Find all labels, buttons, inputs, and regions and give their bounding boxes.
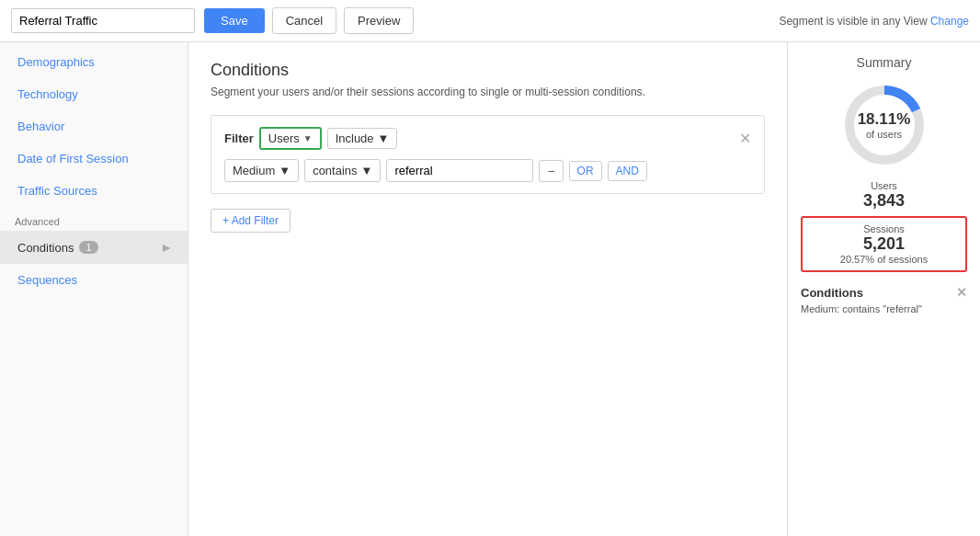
and-button[interactable]: AND	[608, 161, 647, 181]
operator-arrow: ▼	[361, 164, 373, 177]
top-bar: Save Cancel Preview Segment is visible i…	[0, 0, 980, 42]
segment-name-input[interactable]	[11, 8, 195, 33]
include-dropdown[interactable]: Include ▼	[327, 128, 398, 149]
include-value: Include	[336, 131, 374, 145]
field-arrow: ▼	[279, 164, 291, 177]
save-button[interactable]: Save	[204, 8, 265, 33]
main-layout: Demographics Technology Behavior Date of…	[0, 42, 980, 536]
condition-value-input[interactable]	[386, 159, 533, 182]
filter-close-icon[interactable]: ✕	[739, 130, 751, 147]
conditions-summary-title-row: Conditions ✕	[801, 285, 967, 300]
operator-dropdown[interactable]: contains ▼	[304, 159, 381, 182]
advanced-section-label: Advanced	[0, 207, 188, 231]
sessions-value: 5,201	[812, 234, 956, 254]
users-value: 3,843	[801, 191, 967, 211]
conditions-title: Conditions	[211, 61, 765, 80]
donut-container: 18.11% of users	[801, 79, 967, 171]
sessions-label: Sessions	[812, 223, 956, 234]
sessions-box: Sessions 5,201 20.57% of sessions	[801, 216, 967, 272]
conditions-badge: 1	[79, 241, 97, 254]
sidebar-item-behavior[interactable]: Behavior	[0, 110, 188, 143]
conditions-summary-close[interactable]: ✕	[956, 285, 967, 300]
filter-header-row: Filter Users ▼ Include ▼ ✕	[224, 127, 751, 150]
preview-button[interactable]: Preview	[344, 7, 414, 34]
condition-row: Medium ▼ contains ▼ − OR AND	[224, 159, 751, 182]
conditions-label: Conditions	[17, 241, 74, 255]
donut-text: 18.11% of users	[858, 110, 911, 140]
cancel-button[interactable]: Cancel	[272, 7, 336, 34]
sidebar: Demographics Technology Behavior Date of…	[0, 42, 188, 536]
sidebar-item-sequences[interactable]: Sequences	[0, 264, 188, 296]
sessions-sub: 20.57% of sessions	[812, 254, 956, 265]
change-link[interactable]: Change	[930, 15, 969, 28]
donut-of-users: of users	[858, 129, 911, 140]
include-arrow: ▼	[378, 131, 390, 145]
filter-by-value: Users	[268, 131, 300, 145]
sidebar-item-date-of-first-session[interactable]: Date of First Session	[0, 143, 188, 175]
content-area: Conditions Segment your users and/or the…	[188, 42, 787, 536]
summary-title: Summary	[801, 55, 967, 70]
conditions-subtitle: Segment your users and/or their sessions…	[211, 86, 765, 98]
users-stat: Users 3,843	[801, 180, 967, 211]
field-value: Medium	[233, 164, 275, 177]
filter-container: Filter Users ▼ Include ▼ ✕ Medium ▼ cont…	[211, 115, 765, 194]
sidebar-item-demographics[interactable]: Demographics	[0, 46, 188, 78]
add-filter-button[interactable]: + Add Filter	[211, 209, 291, 233]
remove-condition-button[interactable]: −	[539, 160, 563, 182]
conditions-summary-section: Conditions ✕ Medium: contains "referral"	[801, 285, 967, 314]
filter-by-dropdown[interactable]: Users ▼	[259, 127, 322, 150]
field-dropdown[interactable]: Medium ▼	[224, 159, 299, 182]
operator-value: contains	[313, 164, 357, 177]
conditions-summary-text: Medium: contains "referral"	[801, 303, 967, 314]
sidebar-item-technology[interactable]: Technology	[0, 78, 188, 110]
conditions-summary-title-text: Conditions	[801, 286, 863, 300]
sidebar-item-traffic-sources[interactable]: Traffic Sources	[0, 175, 188, 207]
filter-label: Filter	[224, 131, 254, 145]
visibility-text: Segment is visible in any View Change	[779, 15, 969, 28]
sidebar-item-conditions[interactable]: Conditions 1 ►	[0, 231, 188, 264]
or-button[interactable]: OR	[569, 161, 602, 181]
summary-panel: Summary 18.11% of users Users 3,843 Sess…	[787, 42, 980, 536]
donut-percent: 18.11%	[858, 110, 911, 129]
users-label: Users	[801, 180, 967, 191]
filter-by-arrow: ▼	[303, 133, 313, 143]
conditions-arrow: ►	[160, 240, 173, 255]
